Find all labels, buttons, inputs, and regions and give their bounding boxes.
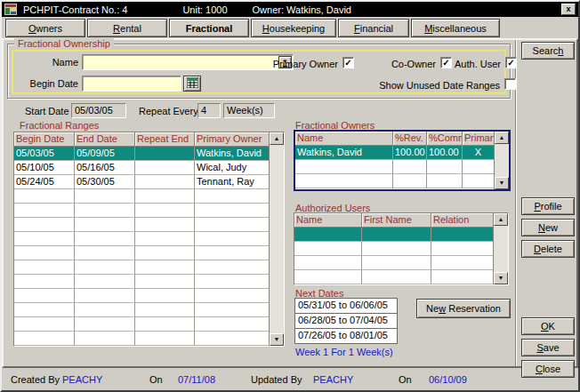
tab-miscellaneous[interactable]: Miscellaneous	[411, 19, 500, 37]
name-combobox[interactable]: ▼	[82, 54, 294, 70]
table-header-row: Name First Name Relation	[294, 213, 494, 228]
ok-button[interactable]: OK	[521, 317, 575, 335]
empty-cell	[135, 218, 195, 232]
table-row[interactable]	[295, 174, 495, 188]
vertical-scrollbar[interactable]: ▲ ▼	[494, 132, 509, 189]
cell-primary-owner: Wical, Judy	[195, 161, 270, 175]
tab-rental[interactable]: Rental	[87, 19, 167, 37]
column-header[interactable]: Name	[295, 132, 393, 146]
empty-cell	[362, 228, 431, 242]
scroll-down-icon[interactable]: ▼	[494, 272, 508, 284]
table-row[interactable]	[14, 303, 270, 317]
tab-financial[interactable]: Financial	[338, 19, 409, 37]
empty-cell	[195, 332, 270, 346]
cell-begin-date: 05/03/05	[14, 147, 75, 161]
begin-date-field[interactable]	[82, 76, 181, 92]
tab-fractional[interactable]: Fractional	[169, 19, 249, 37]
table-row[interactable]	[14, 246, 270, 260]
table-row[interactable]	[294, 256, 494, 270]
column-header[interactable]: %Comm	[427, 132, 463, 146]
empty-cell	[431, 270, 494, 284]
profile-button[interactable]: Profile	[521, 197, 575, 215]
table-row[interactable]: Watkins, David 100.00 100.00 X	[295, 146, 495, 160]
column-header[interactable]: Primary	[463, 132, 495, 146]
new-reservation-button[interactable]: New Reservation	[416, 299, 511, 318]
button-label: elete	[541, 244, 562, 254]
list-item[interactable]: 07/26/05 to 08/01/05	[295, 329, 397, 343]
scroll-down-icon[interactable]: ▼	[270, 333, 284, 346]
empty-cell	[195, 246, 270, 260]
name-label: Name	[36, 57, 78, 68]
show-unused-checkbox[interactable]	[504, 78, 516, 90]
scroll-up-icon[interactable]: ▲	[270, 132, 284, 145]
empty-cell	[135, 189, 195, 204]
tab-owners[interactable]: Owners	[5, 19, 85, 37]
cell-end-date: 05/30/05	[75, 175, 135, 189]
empty-cell	[393, 174, 427, 188]
empty-cell	[195, 260, 270, 275]
tab-label: ousekeeping	[270, 23, 325, 34]
scroll-up-icon[interactable]: ▲	[494, 213, 508, 226]
vertical-scrollbar[interactable]: ▲ ▼	[493, 213, 508, 284]
table-row[interactable]: 05/24/05 05/30/05 Tennant, Ray	[14, 175, 270, 189]
empty-cell	[75, 289, 135, 303]
save-button[interactable]: Save	[521, 339, 575, 356]
tab-housekeeping[interactable]: Housekeeping	[251, 19, 336, 37]
created-by-value: PEACHY	[62, 374, 102, 385]
table-row[interactable]	[14, 260, 270, 275]
table-row[interactable]	[294, 242, 494, 256]
list-item[interactable]: 05/31/05 to 06/06/05	[295, 299, 397, 314]
button-label: S	[536, 342, 543, 353]
empty-cell	[295, 160, 393, 174]
vertical-scrollbar[interactable]: ▲ ▼	[269, 132, 284, 346]
auth-user-checkbox[interactable]: ✓	[505, 57, 517, 68]
column-header[interactable]: Primary Owner	[195, 132, 270, 147]
table-row[interactable]	[14, 204, 270, 218]
column-header[interactable]: Relation	[431, 213, 494, 228]
authorized-users-table: Name First Name Relation ▲ ▼	[294, 212, 509, 285]
close-button[interactable]: x	[561, 4, 576, 15]
column-header[interactable]: End Date	[75, 132, 135, 147]
calendar-button[interactable]	[183, 76, 201, 92]
search-button[interactable]: Search	[521, 42, 575, 60]
new-button[interactable]: New	[521, 219, 575, 236]
scroll-up-icon[interactable]: ▲	[495, 132, 509, 144]
scroll-down-icon[interactable]: ▼	[495, 177, 509, 189]
table-row[interactable]	[294, 270, 494, 284]
tab-label: wners	[36, 23, 62, 34]
table-row[interactable]	[14, 232, 270, 246]
table-row[interactable]	[294, 228, 494, 242]
table-row[interactable]	[14, 289, 270, 303]
start-date-label: Start Date	[25, 106, 69, 116]
empty-cell	[14, 317, 75, 332]
column-header[interactable]: First Name	[362, 213, 431, 228]
table-row[interactable]	[295, 160, 495, 174]
table-row[interactable]	[14, 218, 270, 232]
empty-cell	[195, 289, 270, 303]
column-header[interactable]: Repeat End	[135, 132, 195, 147]
cell-end-date: 05/09/05	[75, 147, 135, 161]
tab-label: ental	[120, 23, 141, 34]
primary-owner-label: Primary Owner	[263, 59, 338, 69]
updated-by-value: PEACHY	[313, 374, 353, 385]
cell-end-date: 05/16/05	[75, 161, 135, 175]
list-item[interactable]: 06/28/05 to 07/04/05	[295, 314, 397, 329]
co-owner-label: Co-Owner	[381, 59, 436, 69]
empty-cell	[135, 275, 195, 289]
authorized-users-grid: Name First Name Relation	[294, 213, 494, 284]
table-row[interactable]	[14, 275, 270, 289]
delete-button[interactable]: Delete	[521, 240, 575, 258]
table-row[interactable]	[14, 317, 270, 332]
close-button-action[interactable]: Close	[521, 360, 575, 378]
column-header[interactable]: Begin Date	[14, 132, 75, 147]
table-row[interactable]	[14, 332, 270, 346]
column-header[interactable]: %Rev.	[393, 132, 427, 146]
column-header[interactable]: Name	[294, 213, 362, 228]
empty-cell	[14, 289, 75, 303]
table-row[interactable]	[14, 189, 270, 204]
co-owner-checkbox[interactable]: ✓	[440, 57, 452, 68]
cell-repeat-end	[135, 147, 195, 161]
table-row[interactable]: 05/10/05 05/16/05 Wical, Judy	[14, 161, 270, 175]
primary-owner-checkbox[interactable]: ✓	[342, 57, 354, 68]
table-row[interactable]: 05/03/05 05/09/05 Watkins, David	[14, 147, 270, 161]
